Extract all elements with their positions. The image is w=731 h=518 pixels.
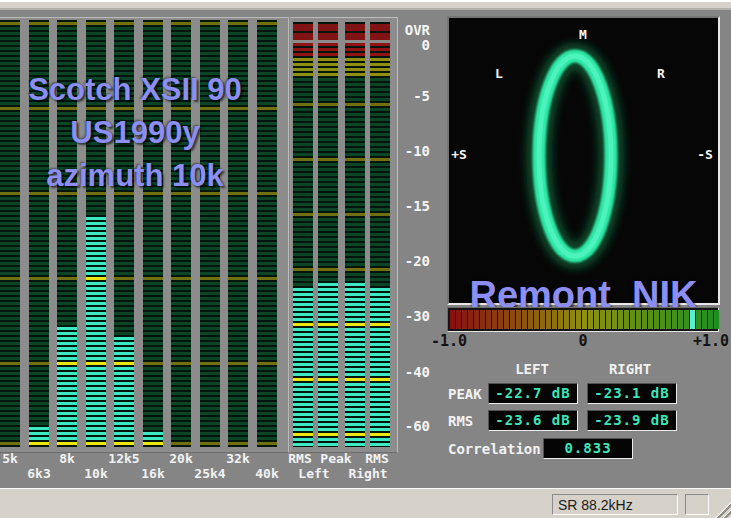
status-bar: SR 88.2kHz bbox=[0, 488, 731, 518]
rms-left-value: -23.6 dB bbox=[488, 410, 578, 431]
gonio-label-plusS: +S bbox=[451, 147, 467, 162]
freq-label-12k5: 12k5 bbox=[108, 451, 139, 466]
db-scale-label--40: -40 bbox=[398, 364, 430, 380]
goniometer-trace bbox=[449, 18, 718, 303]
overlay-title: Scotch XSII 90 US1990y azimuth 10k bbox=[0, 68, 270, 197]
status-bar-box bbox=[685, 494, 709, 515]
freq-label-20k: 20k bbox=[169, 451, 192, 466]
gonio-label-R: R bbox=[657, 66, 665, 81]
readings-header-left: LEFT bbox=[515, 361, 549, 377]
correlation-scale-min: -1.0 bbox=[431, 332, 467, 350]
db-scale-label-0: 0 bbox=[398, 37, 430, 53]
freq-label-5k: 5k bbox=[2, 451, 18, 466]
db-scale-label-OVR: OVR bbox=[398, 22, 430, 38]
freq-label-40k: 40k bbox=[255, 466, 278, 481]
db-scale-label--5: -5 bbox=[398, 88, 430, 104]
peak-left-value: -22.7 dB bbox=[488, 383, 578, 404]
correlation-scale-max: +1.0 bbox=[693, 332, 729, 350]
db-scale-label--10: -10 bbox=[398, 143, 430, 159]
freq-label-8k: 8k bbox=[59, 451, 75, 466]
overlay-line-3: azimuth 10k bbox=[0, 154, 270, 197]
gonio-label-minusS: -S bbox=[697, 147, 713, 162]
peak-row-label: PEAK bbox=[448, 386, 482, 402]
db-scale-label--30: -30 bbox=[398, 308, 430, 324]
readings-header-right: RIGHT bbox=[609, 361, 651, 377]
gonio-label-L: L bbox=[495, 66, 503, 81]
correlation-meter bbox=[447, 307, 719, 332]
peak-right-value: -23.1 dB bbox=[587, 383, 677, 404]
correlation-label: Correlation bbox=[448, 441, 541, 457]
sample-rate-field: SR 88.2kHz bbox=[552, 494, 678, 515]
freq-label-10k: 10k bbox=[84, 466, 107, 481]
freq-label-6k3: 6k3 bbox=[27, 466, 50, 481]
meter-caption-rms-2: RMS bbox=[365, 451, 388, 466]
goniometer: MLR+S-S Remont_NIK bbox=[447, 16, 720, 305]
freq-label-32k: 32k bbox=[226, 451, 249, 466]
correlation-value: 0.833 bbox=[543, 438, 633, 459]
meter-caption-left: Left bbox=[298, 466, 329, 481]
meter-caption-rms-0: RMS bbox=[288, 451, 311, 466]
db-scale-label--15: -15 bbox=[398, 198, 430, 214]
db-scale-label--20: -20 bbox=[398, 253, 430, 269]
freq-label-25k4: 25k4 bbox=[194, 466, 225, 481]
rms-row-label: RMS bbox=[448, 413, 473, 429]
resize-grip-icon[interactable] bbox=[714, 502, 731, 518]
app-window: Scotch XSII 90 US1990y azimuth 10k 5k6k3… bbox=[0, 0, 731, 518]
meter-caption-right: Right bbox=[348, 466, 387, 481]
correlation-scale-mid: 0 bbox=[578, 332, 587, 350]
gonio-label-M: M bbox=[579, 27, 587, 42]
freq-label-16k: 16k bbox=[141, 466, 164, 481]
overlay-line-1: Scotch XSII 90 bbox=[0, 68, 270, 111]
rms-right-value: -23.9 dB bbox=[587, 410, 677, 431]
overlay-line-2: US1990y bbox=[0, 111, 270, 154]
meter-caption-peak-1: Peak bbox=[320, 451, 351, 466]
db-scale-label--60: -60 bbox=[398, 418, 430, 434]
